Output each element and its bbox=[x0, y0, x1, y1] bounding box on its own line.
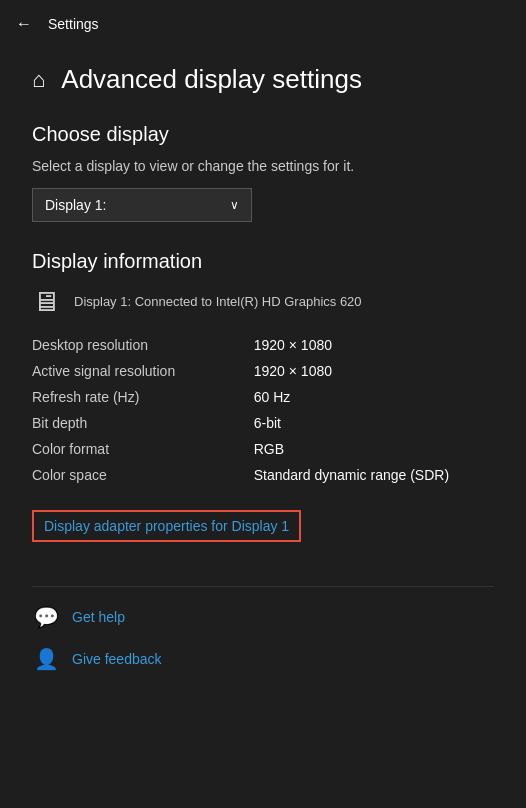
dropdown-value: Display 1: bbox=[45, 197, 106, 213]
display-connected-text: Display 1: Connected to Intel(R) HD Grap… bbox=[74, 294, 362, 309]
info-label: Refresh rate (Hz) bbox=[32, 384, 254, 410]
adapter-properties-link[interactable]: Display adapter properties for Display 1 bbox=[32, 510, 301, 542]
main-content: ⌂ Advanced display settings Choose displ… bbox=[0, 48, 526, 703]
table-row: Desktop resolution 1920 × 1080 bbox=[32, 332, 494, 358]
table-row: Active signal resolution 1920 × 1080 bbox=[32, 358, 494, 384]
choose-display-title: Choose display bbox=[32, 123, 494, 146]
table-row: Bit depth 6-bit bbox=[32, 410, 494, 436]
display-info-table: Desktop resolution 1920 × 1080 Active si… bbox=[32, 332, 494, 488]
footer-link-icon: 💬 bbox=[32, 603, 60, 631]
back-button[interactable]: ← bbox=[16, 15, 32, 33]
choose-display-desc: Select a display to view or change the s… bbox=[32, 158, 494, 174]
title-bar-text: Settings bbox=[48, 16, 99, 32]
info-label: Bit depth bbox=[32, 410, 254, 436]
info-label: Color format bbox=[32, 436, 254, 462]
footer-links: 💬 Get help 👤 Give feedback bbox=[32, 586, 494, 673]
info-label: Desktop resolution bbox=[32, 332, 254, 358]
info-value: RGB bbox=[254, 436, 494, 462]
display-dropdown[interactable]: Display 1: ∨ bbox=[32, 188, 252, 222]
chevron-down-icon: ∨ bbox=[230, 198, 239, 212]
display-info-title: Display information bbox=[32, 250, 494, 273]
info-label: Color space bbox=[32, 462, 254, 488]
footer-link-text: Get help bbox=[72, 609, 125, 625]
page-header: ⌂ Advanced display settings bbox=[32, 64, 494, 95]
info-value: 6-bit bbox=[254, 410, 494, 436]
footer-link-icon: 👤 bbox=[32, 645, 60, 673]
info-label: Active signal resolution bbox=[32, 358, 254, 384]
page-title: Advanced display settings bbox=[61, 64, 362, 95]
table-row: Color format RGB bbox=[32, 436, 494, 462]
info-value: 1920 × 1080 bbox=[254, 332, 494, 358]
footer-link-text: Give feedback bbox=[72, 651, 162, 667]
choose-display-section: Choose display Select a display to view … bbox=[32, 123, 494, 222]
display-info-section: Display information 🖥 Display 1: Connect… bbox=[32, 250, 494, 566]
info-value: Standard dynamic range (SDR) bbox=[254, 462, 494, 488]
display-info-header: 🖥 Display 1: Connected to Intel(R) HD Gr… bbox=[32, 285, 494, 318]
table-row: Color space Standard dynamic range (SDR) bbox=[32, 462, 494, 488]
info-value: 1920 × 1080 bbox=[254, 358, 494, 384]
home-icon: ⌂ bbox=[32, 67, 45, 93]
footer-link-get-help[interactable]: 💬 Get help bbox=[32, 603, 494, 631]
monitor-icon: 🖥 bbox=[32, 285, 60, 318]
title-bar: ← Settings bbox=[0, 0, 526, 48]
footer-link-give-feedback[interactable]: 👤 Give feedback bbox=[32, 645, 494, 673]
info-value: 60 Hz bbox=[254, 384, 494, 410]
table-row: Refresh rate (Hz) 60 Hz bbox=[32, 384, 494, 410]
